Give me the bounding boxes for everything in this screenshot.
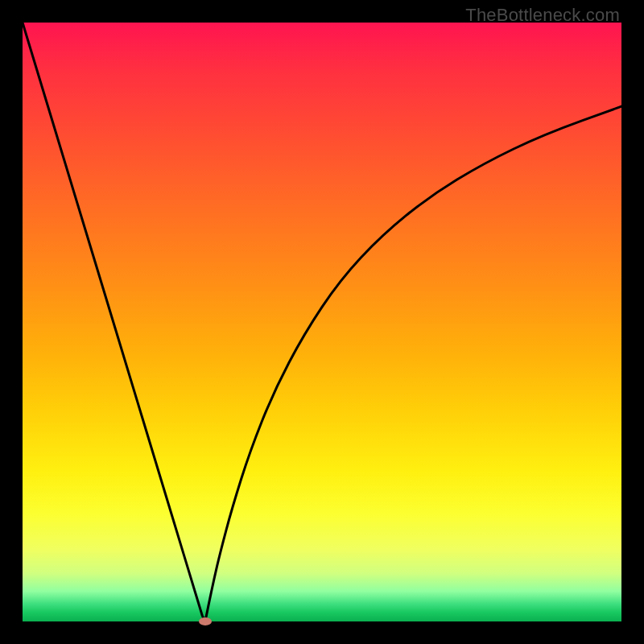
plot-area — [23, 23, 621, 621]
watermark-text: TheBottleneck.com — [465, 5, 620, 26]
curve-left — [23, 23, 205, 621]
min-marker — [199, 617, 212, 625]
curve-right — [205, 106, 621, 621]
chart-frame: TheBottleneck.com — [0, 0, 644, 644]
curve-svg — [23, 23, 621, 621]
